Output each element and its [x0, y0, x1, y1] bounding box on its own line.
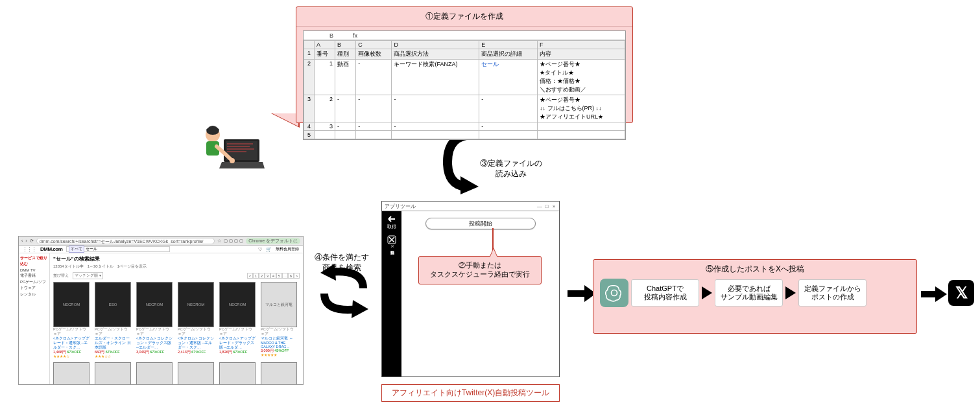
step2-text: ②手動または タスクスケジューラ経由で実行: [419, 257, 541, 283]
pager-btn[interactable]: 2: [259, 273, 265, 279]
sidebar-item[interactable]: PCゲーム/ソフトウェア: [20, 279, 48, 291]
pager-btn[interactable]: <: [247, 273, 253, 279]
cell-detail: -: [479, 122, 538, 131]
pager-btn[interactable]: 5: [276, 273, 282, 279]
signup-link[interactable]: 無料会員登録: [276, 246, 299, 252]
sidebar-item[interactable]: レンタル: [20, 291, 48, 297]
nav-reload-icon[interactable]: ⟳: [30, 238, 34, 244]
product-category: PCゲーム/ソフトウェア: [261, 327, 297, 336]
tool-caption: アフィリエイト向けTwitter(X)自動投稿ツール: [381, 384, 560, 402]
table-row-empty: 5: [304, 131, 625, 139]
start-post-button[interactable]: 投稿開始: [425, 218, 536, 229]
product-card[interactable]: [219, 362, 256, 384]
pager-btn[interactable]: 4: [270, 273, 276, 279]
arrow-to-x: [921, 286, 947, 305]
product-rating: ★★★★☆: [53, 354, 90, 358]
sort-select[interactable]: マッチング順 ▾: [73, 272, 103, 279]
product-name: マルコと銀河竜 ～MARCO & THE GALAXY DRAG…: [261, 336, 297, 349]
maximize-icon[interactable]: □: [544, 203, 549, 209]
product-card[interactable]: [95, 362, 131, 384]
product-card[interactable]: ESOPCゲーム/ソフトウェアエルダー・スクロールズ・オンライン 日本語版660…: [95, 282, 131, 358]
table-row: 4 3 - - - -: [304, 122, 625, 131]
product-price: 1,468円 67%OFF: [53, 350, 90, 354]
cell-type: -: [335, 122, 356, 131]
product-card[interactable]: NECROMPCゲーム/ソフトウェア<ネクロム> コレクション：通常版 ─エルダ…: [178, 282, 214, 358]
col-a: A: [315, 41, 335, 49]
h-type: 種別: [335, 49, 356, 60]
tool-side-back[interactable]: 取得: [387, 215, 396, 230]
product-card[interactable]: NECROMPCゲーム/ソフトウェア<ネクロム> アップグレード：通常版 ─エル…: [53, 282, 90, 358]
svg-point-12: [612, 290, 617, 296]
cell-num: 1: [315, 60, 335, 95]
tool-main: 投稿開始: [401, 211, 559, 376]
tool-titlebar: アプリツール — □ ×: [382, 202, 559, 211]
svg-rect-11: [568, 290, 586, 297]
site-search[interactable]: すべて セール: [66, 246, 170, 252]
header-row: 1 番号 種別 画像枚数 商品選択方法 商品選択の詳細 内容: [304, 49, 625, 60]
product-card[interactable]: NECROMPCゲーム/ソフトウェア<ネクロム> コレクション：デラックス版 ─…: [136, 282, 173, 358]
sort-label: 並び替え: [53, 273, 69, 279]
product-card[interactable]: マルコと銀河竜PCゲーム/ソフトウェアマルコと銀河竜 ～MARCO & THE …: [261, 282, 297, 358]
product-card[interactable]: [261, 362, 297, 384]
cart-icon[interactable]: 🛒: [266, 247, 272, 252]
tool-side-autopost[interactable]: X自動投稿: [387, 235, 396, 248]
product-thumb: [261, 362, 297, 384]
cell-imgs: -: [356, 95, 392, 122]
h-content: 内容: [538, 49, 625, 60]
table-row: 3 2 - - - - ★ページ番号★ ↓↓ フルはこちら(PR) ↓↓ ★アフ…: [304, 95, 625, 122]
star-icon[interactable]: ☆: [217, 238, 221, 244]
nav-back-icon[interactable]: ‹: [21, 238, 23, 243]
product-price: 3,000円 45%OFF: [261, 349, 297, 353]
minimize-icon[interactable]: —: [537, 203, 542, 209]
pager-btn[interactable]: >: [294, 273, 300, 279]
search-value: セール: [86, 246, 97, 252]
cell-num: 3: [315, 122, 335, 131]
sidebar-item[interactable]: DMM TV: [20, 268, 48, 272]
tool-side-back-label: 取得: [387, 224, 396, 230]
grid-icon[interactable]: ⋮⋮⋮: [23, 247, 36, 252]
site-toolbar: ⋮⋮⋮ DMM.com すべて セール ♡ 🛒 無料会員登録: [19, 246, 303, 253]
bell-icon[interactable]: ♡: [258, 247, 262, 252]
tri-icon: [702, 286, 712, 299]
cell-method: キーワード検索(FANZA): [392, 60, 479, 95]
step1-title: ①定義ファイルを作成: [296, 7, 632, 27]
product-name: <ネクロム> アップグレード：通常版 ─エルダー・スク…: [53, 336, 90, 350]
h-method: 商品選択方法: [392, 49, 479, 60]
cell-content: [538, 122, 625, 131]
h-detail: 商品選択の詳細: [479, 49, 538, 60]
nav-fwd-icon[interactable]: ›: [25, 238, 27, 243]
product-thumb: NECROM: [219, 282, 256, 327]
product-category: PCゲーム/ソフトウェア: [53, 327, 90, 336]
product-card[interactable]: [53, 362, 90, 384]
chrome-default-badge[interactable]: Chrome をデフォルトに: [246, 238, 300, 244]
step5-sub1: ChatGPTで投稿内容作成: [631, 279, 699, 306]
product-category: PCゲーム/ソフトウェア: [178, 327, 214, 336]
product-thumb: ESO: [95, 282, 131, 327]
fx-icon: fx: [353, 32, 357, 39]
product-category: PCゲーム/ソフトウェア: [95, 327, 131, 336]
step5-box: ⑤作成したポストをXへ投稿 ChatGPTで投稿内容作成 必要であればサンプル動…: [593, 259, 917, 334]
rowh: 2: [304, 60, 315, 95]
pager-btn[interactable]: 3: [265, 273, 270, 279]
pager-btn[interactable]: 1: [253, 273, 259, 279]
product-card[interactable]: [136, 362, 173, 384]
close-icon[interactable]: ×: [551, 203, 556, 209]
product-thumb: NECROM: [136, 282, 173, 327]
product-card[interactable]: NECROMPCゲーム/ソフトウェア<ネクロム> アップグレード：デラックス版 …: [219, 282, 256, 358]
pager-btn[interactable]: 6: [288, 273, 294, 279]
pager-btn[interactable]: ...: [282, 273, 288, 279]
product-thumb: [219, 362, 256, 384]
sidebar-header: サービスで絞り込む: [20, 255, 48, 267]
url-bar[interactable]: dmm.com/search/+/searchstr=セール/analyze=V…: [36, 238, 215, 244]
product-card[interactable]: [178, 362, 214, 384]
label-step3-l2: 読み込み: [480, 169, 542, 179]
product-rating: ★★★★★: [261, 353, 297, 357]
tool-side-autopost-label: X自動投稿: [389, 245, 395, 248]
arrow-step4: [318, 262, 370, 321]
results-main: "セール"の検索結果 12054タイトル中 1～30タイトル 1ページ目を表示 …: [50, 253, 303, 384]
browser-body: サービスで絞り込む DMM TV 電子書籍 PCゲーム/ソフトウェア レンタル …: [19, 253, 303, 384]
sidebar-item[interactable]: 電子書籍: [20, 272, 48, 279]
site-logo[interactable]: DMM.com: [40, 246, 62, 252]
label-step3: ③定義ファイルの 読み込み: [480, 159, 542, 179]
step2-box: ②手動または タスクスケジューラ経由で実行: [418, 256, 542, 284]
